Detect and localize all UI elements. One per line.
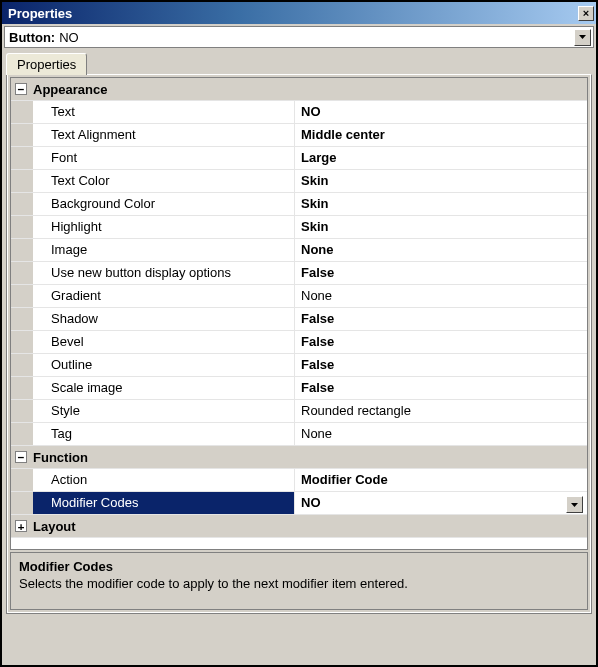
row-gutter: [11, 400, 33, 422]
property-name[interactable]: Scale image: [33, 377, 295, 399]
property-value[interactable]: False: [295, 331, 587, 353]
property-row[interactable]: TextNO: [11, 101, 587, 124]
property-value-text: Rounded rectangle: [301, 403, 411, 418]
property-value[interactable]: Middle center: [295, 124, 587, 146]
property-row[interactable]: ShadowFalse: [11, 308, 587, 331]
property-name[interactable]: Outline: [33, 354, 295, 376]
property-name[interactable]: Text: [33, 101, 295, 123]
property-row[interactable]: GradientNone: [11, 285, 587, 308]
row-gutter: [11, 101, 33, 123]
row-gutter: [11, 331, 33, 353]
property-name[interactable]: Bevel: [33, 331, 295, 353]
property-name[interactable]: Action: [33, 469, 295, 491]
property-row[interactable]: Background ColorSkin: [11, 193, 587, 216]
property-grid[interactable]: −AppearanceTextNOText AlignmentMiddle ce…: [10, 77, 588, 550]
property-name[interactable]: Highlight: [33, 216, 295, 238]
property-row[interactable]: Text ColorSkin: [11, 170, 587, 193]
tab-label: Properties: [17, 57, 76, 72]
chevron-down-icon: [571, 503, 578, 507]
property-name[interactable]: Text Color: [33, 170, 295, 192]
property-value-text: False: [301, 380, 334, 395]
property-value-text: False: [301, 311, 334, 326]
property-value[interactable]: Skin: [295, 170, 587, 192]
category-header[interactable]: +Layout: [11, 515, 587, 538]
property-name[interactable]: Use new button display options: [33, 262, 295, 284]
titlebar[interactable]: Properties ×: [2, 2, 596, 24]
property-value[interactable]: Large: [295, 147, 587, 169]
property-value[interactable]: None: [295, 285, 587, 307]
property-name[interactable]: Style: [33, 400, 295, 422]
row-gutter: [11, 423, 33, 445]
property-value[interactable]: Modifier Code: [295, 469, 587, 491]
property-value-text: False: [301, 334, 334, 349]
row-gutter: [11, 492, 33, 514]
property-row[interactable]: Use new button display optionsFalse: [11, 262, 587, 285]
properties-window: Properties × Button: NO Properties −Appe…: [0, 0, 598, 667]
property-value[interactable]: NO: [295, 101, 587, 123]
row-gutter: [11, 354, 33, 376]
property-row[interactable]: OutlineFalse: [11, 354, 587, 377]
property-row[interactable]: HighlightSkin: [11, 216, 587, 239]
description-panel: Modifier Codes Selects the modifier code…: [10, 552, 588, 610]
row-gutter: [11, 170, 33, 192]
row-gutter: [11, 308, 33, 330]
tab-properties[interactable]: Properties: [6, 53, 87, 75]
row-gutter: [11, 216, 33, 238]
property-value[interactable]: False: [295, 377, 587, 399]
property-value-text: None: [301, 288, 332, 303]
category-header[interactable]: −Function: [11, 446, 587, 469]
value-dropdown-button[interactable]: [566, 496, 583, 513]
property-row[interactable]: Scale imageFalse: [11, 377, 587, 400]
property-name[interactable]: Background Color: [33, 193, 295, 215]
property-value-text: Modifier Code: [301, 472, 388, 487]
collapse-icon[interactable]: −: [15, 83, 27, 95]
property-value-text: Skin: [301, 196, 328, 211]
property-value-text: NO: [301, 104, 321, 119]
tabs: Properties: [6, 50, 594, 74]
property-name[interactable]: Tag: [33, 423, 295, 445]
expand-icon[interactable]: +: [15, 520, 27, 532]
category-header[interactable]: −Appearance: [11, 78, 587, 101]
row-gutter: [11, 285, 33, 307]
property-row[interactable]: FontLarge: [11, 147, 587, 170]
property-value[interactable]: None: [295, 423, 587, 445]
property-value[interactable]: False: [295, 262, 587, 284]
property-value[interactable]: False: [295, 354, 587, 376]
description-title: Modifier Codes: [19, 559, 579, 574]
chevron-down-icon: [579, 35, 586, 39]
selector-value: NO: [59, 30, 574, 45]
row-gutter: [11, 193, 33, 215]
property-name[interactable]: Shadow: [33, 308, 295, 330]
property-row[interactable]: TagNone: [11, 423, 587, 446]
property-name[interactable]: Image: [33, 239, 295, 261]
property-row[interactable]: StyleRounded rectangle: [11, 400, 587, 423]
collapse-icon[interactable]: −: [15, 451, 27, 463]
close-button[interactable]: ×: [578, 6, 594, 21]
property-value-text: None: [301, 242, 334, 257]
property-value[interactable]: Skin: [295, 193, 587, 215]
close-icon: ×: [583, 7, 589, 19]
property-row[interactable]: BevelFalse: [11, 331, 587, 354]
property-name[interactable]: Modifier Codes: [33, 492, 295, 514]
row-gutter: [11, 239, 33, 261]
property-value[interactable]: Skin: [295, 216, 587, 238]
selector-dropdown-button[interactable]: [574, 29, 591, 46]
property-value-text: Skin: [301, 173, 328, 188]
property-name[interactable]: Font: [33, 147, 295, 169]
object-selector[interactable]: Button: NO: [4, 26, 594, 48]
property-row[interactable]: ImageNone: [11, 239, 587, 262]
row-gutter: [11, 262, 33, 284]
property-name[interactable]: Gradient: [33, 285, 295, 307]
property-row[interactable]: Modifier CodesNO: [11, 492, 587, 515]
property-value[interactable]: False: [295, 308, 587, 330]
property-row[interactable]: Text AlignmentMiddle center: [11, 124, 587, 147]
property-name[interactable]: Text Alignment: [33, 124, 295, 146]
property-value[interactable]: NO: [295, 492, 587, 514]
property-value[interactable]: Rounded rectangle: [295, 400, 587, 422]
property-value-text: Skin: [301, 219, 328, 234]
property-row[interactable]: ActionModifier Code: [11, 469, 587, 492]
category-label: Function: [33, 450, 587, 465]
property-value[interactable]: None: [295, 239, 587, 261]
row-gutter: [11, 124, 33, 146]
property-value-text: False: [301, 357, 334, 372]
